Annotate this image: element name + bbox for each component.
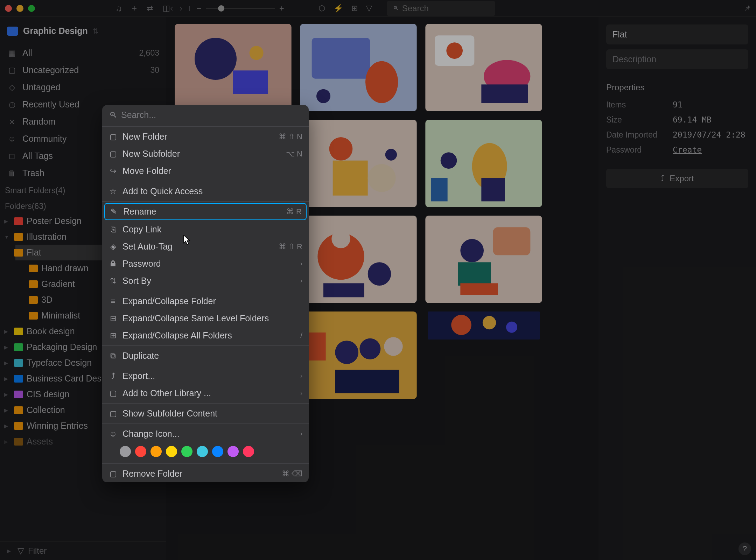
minimize-window-button[interactable]: [16, 5, 23, 12]
thumbnail[interactable]: [425, 24, 542, 111]
extension-icon[interactable]: ⬡: [318, 4, 325, 13]
folder-icon: [14, 438, 23, 446]
menu-expand-all[interactable]: ⊞ Expand/Collapse All Folders /: [102, 327, 309, 344]
menu-remove-folder[interactable]: ▢ Remove Folder ⌘ ⌫: [102, 465, 309, 482]
zoom-slider[interactable]: − +: [197, 4, 284, 13]
svg-rect-36: [323, 283, 364, 297]
nav-label: Uncategorized: [22, 65, 79, 75]
menu-add-library[interactable]: ▢ Add to Other Library ... ›: [102, 385, 309, 402]
expand-all-icon: ⊞: [108, 331, 118, 340]
create-password-link[interactable]: Create: [673, 145, 702, 155]
color-blue[interactable]: [212, 446, 223, 457]
menu-move-folder[interactable]: ↪ Move Folder: [102, 162, 309, 180]
triangle-icon[interactable]: ▶: [4, 423, 10, 429]
color-yellow[interactable]: [166, 446, 177, 457]
pin-icon[interactable]: 📌︎: [743, 4, 751, 13]
close-window-button[interactable]: [5, 5, 12, 12]
smiley-icon: ☺: [108, 429, 118, 439]
svg-point-49: [335, 341, 358, 364]
nav-untagged[interactable]: ◇ Untagged: [0, 79, 166, 96]
folder-icon: [14, 375, 23, 383]
menu-quick-access[interactable]: ☆ Add to Quick Access: [102, 183, 309, 200]
folder-title-field[interactable]: Flat: [606, 24, 748, 44]
color-purple[interactable]: [227, 446, 239, 457]
thumbnail[interactable]: [300, 312, 417, 399]
search-bar[interactable]: 🔍︎: [387, 1, 495, 16]
help-button[interactable]: ?: [738, 542, 751, 555]
color-green[interactable]: [181, 446, 192, 457]
color-gray[interactable]: [120, 446, 131, 457]
menu-expand-folder[interactable]: ≡ Expand/Collapse Folder: [102, 293, 309, 310]
library-selector[interactable]: Graphic Design ⇅: [0, 21, 166, 44]
menu-export[interactable]: ⤴ Export... ›: [102, 368, 309, 385]
triangle-icon[interactable]: ▶: [4, 360, 10, 366]
autotag-icon: ◈: [108, 242, 118, 251]
menu-search-input[interactable]: [121, 110, 302, 120]
triangle-icon[interactable]: ▶: [4, 376, 10, 382]
menu-change-icon[interactable]: ☺ Change Icon... ›: [102, 425, 309, 442]
thumbnail[interactable]: [300, 216, 417, 303]
folder-label: CIS design: [27, 389, 69, 399]
menu-expand-same[interactable]: ⊟ Expand/Collapse Same Level Folders: [102, 310, 309, 327]
color-red[interactable]: [135, 446, 146, 457]
folder-label: Illustration: [27, 232, 66, 242]
menu-search[interactable]: 🔍︎: [102, 105, 309, 125]
menu-auto-tag[interactable]: ◈ Set Auto-Tag ⌘ ⇧ R: [102, 238, 309, 255]
folder-description-field[interactable]: Description: [606, 49, 748, 69]
shuffle-icon: ⤨: [7, 117, 17, 127]
thumbnail[interactable]: [425, 216, 542, 303]
thumbnail[interactable]: [175, 24, 292, 111]
nav-uncategorized[interactable]: ▢ Uncategorized 30: [0, 62, 166, 79]
star-icon: ☆: [108, 187, 118, 196]
menu-new-folder[interactable]: ▢ New Folder ⌘ ⇧ N: [102, 128, 309, 145]
triangle-icon[interactable]: ▶: [4, 218, 10, 224]
menu-new-subfolder[interactable]: ▢ New Subfolder ⌥ N: [102, 145, 309, 162]
color-pink[interactable]: [243, 446, 254, 457]
svg-point-34: [331, 230, 350, 248]
triangle-icon[interactable]: ▶: [4, 392, 10, 397]
thumbnail[interactable]: [300, 24, 417, 111]
nav-all[interactable]: ▦ All 2,603: [0, 44, 166, 62]
expand-icon: ≡: [108, 297, 118, 306]
color-teal[interactable]: [197, 446, 208, 457]
folder-icon: [14, 328, 23, 335]
thumbnail[interactable]: [425, 120, 542, 207]
menu-password[interactable]: 🔒︎ Password ›: [102, 255, 309, 272]
triangle-icon[interactable]: ▶: [4, 407, 10, 413]
menu-duplicate[interactable]: ⧉ Duplicate: [102, 347, 309, 364]
folder-plus-icon: ▢: [108, 132, 118, 141]
color-orange[interactable]: [150, 446, 162, 457]
nav-back-icon[interactable]: ‹: [170, 3, 173, 14]
maximize-window-button[interactable]: [28, 5, 35, 12]
filter-icon[interactable]: ▽: [366, 4, 372, 13]
triangle-icon[interactable]: ▼: [4, 234, 10, 240]
triangle-icon[interactable]: ▶: [4, 344, 10, 350]
search-input[interactable]: [402, 4, 489, 13]
trash-icon: 🗑︎: [7, 168, 17, 178]
zoom-out-icon[interactable]: −: [197, 4, 202, 13]
filter-row[interactable]: ▶ ▽ Filter: [0, 541, 166, 560]
layout-icon[interactable]: ⊞: [351, 4, 358, 13]
menu-sort-by[interactable]: ⇅ Sort By ›: [102, 272, 309, 289]
plus-icon[interactable]: +: [132, 3, 137, 14]
bolt-icon[interactable]: ⚡: [334, 4, 343, 13]
svg-point-54: [451, 315, 471, 335]
triangle-icon[interactable]: ▶: [4, 329, 10, 334]
menu-rename[interactable]: ✎ Rename ⌘ R: [104, 203, 307, 220]
thumbnail[interactable]: [425, 312, 542, 340]
nav-forward-icon[interactable]: ›: [180, 3, 183, 14]
path-separator: |: [189, 5, 190, 12]
menu-copy-link[interactable]: ⎘ Copy Link: [102, 221, 309, 238]
people-icon: ☺: [7, 134, 17, 144]
export-button[interactable]: ⤴ Export: [606, 169, 748, 188]
chevron-right-icon: ›: [300, 277, 302, 285]
nav-count: 30: [150, 65, 159, 75]
bell-icon[interactable]: ♫: [115, 4, 122, 13]
sidebar-toggle-icon[interactable]: ◫: [163, 4, 170, 13]
thumbnail[interactable]: [300, 120, 417, 207]
menu-show-subfolder[interactable]: ▢ Show Subfolder Content: [102, 405, 309, 422]
zoom-in-icon[interactable]: +: [279, 4, 284, 13]
swap-icon[interactable]: ⇄: [147, 4, 153, 13]
svg-rect-26: [431, 178, 448, 202]
triangle-icon[interactable]: ▶: [4, 439, 10, 444]
